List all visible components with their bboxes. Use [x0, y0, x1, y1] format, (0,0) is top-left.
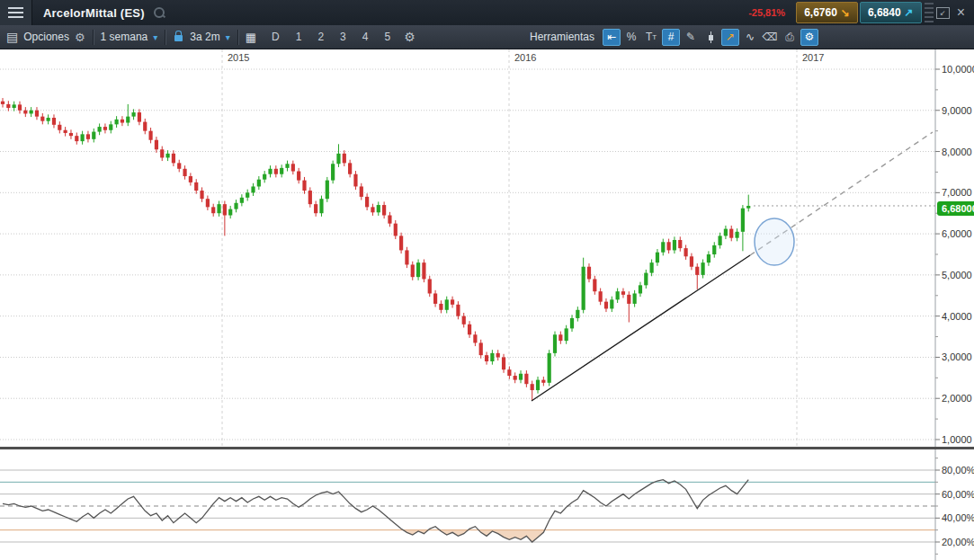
options-gear-icon[interactable]: ⚙	[75, 31, 85, 44]
sell-price: 6,6760	[804, 6, 837, 19]
timeframe-dropdown[interactable]: 1 semana	[101, 31, 148, 43]
percent-tool-icon[interactable]: %	[622, 29, 640, 46]
price-axis-label: 6,0000	[942, 228, 972, 239]
period-button-2[interactable]: 2	[311, 29, 330, 45]
edit-settings-icon[interactable]: ⚙	[800, 29, 818, 46]
period-button-1[interactable]: 1	[290, 29, 308, 45]
period-button-D[interactable]: D	[265, 29, 286, 45]
chevron-down-icon[interactable]: ▾	[153, 32, 157, 42]
popout-icon[interactable]: ↙	[936, 7, 950, 19]
eraser-tool-icon[interactable]: ⌫	[761, 29, 779, 46]
sell-button[interactable]: 6,6760 ↘	[796, 2, 858, 23]
chart-mode-icon[interactable]: ↗	[721, 29, 739, 46]
price-axis-label: 7,0000	[942, 187, 972, 198]
range-dropdown[interactable]: 3a 2m	[190, 31, 219, 43]
chart-toolbar: ▤ Opciones ⚙ 1 semana ▾ 3a 2m ▾ ▦ D12345…	[0, 25, 974, 49]
chart-window: ArcelorMittal (ES) -25,81% 6,6760 ↘ 6,68…	[0, 0, 974, 560]
tools-label: Herramientas	[530, 31, 594, 43]
period-buttons: D12345	[265, 29, 397, 45]
main-chart[interactable]: 20152016201710,00009,00008,00007,00006,0…	[0, 49, 974, 448]
cursor-tool-icon[interactable]: ⇤	[603, 29, 621, 46]
lock-icon[interactable]	[174, 35, 183, 41]
options-button[interactable]: Opciones	[23, 31, 69, 43]
indicator-axis-label: 60,00%	[942, 489, 974, 500]
year-label: 2015	[228, 52, 249, 63]
price-axis-label: 8,0000	[942, 147, 972, 157]
change-percent: -25,81%	[748, 7, 785, 18]
drag-grip[interactable]	[925, 3, 934, 22]
list-icon[interactable]: ▤	[6, 30, 18, 44]
price-axis-label: 9,0000	[942, 105, 972, 116]
year-label: 2016	[514, 52, 536, 63]
draw-tool-icon[interactable]: ✎	[682, 29, 700, 46]
year-label: 2017	[802, 52, 824, 63]
buy-arrow-icon: ↗	[905, 6, 914, 19]
crosshair-tool-icon[interactable]: #	[662, 29, 680, 46]
text-tool-icon[interactable]: TT	[642, 29, 660, 46]
period-button-4[interactable]: 4	[356, 29, 375, 45]
calendar-icon[interactable]: ▦	[246, 31, 256, 44]
period-button-5[interactable]: 5	[378, 29, 397, 45]
price-axis-label: 3,0000	[942, 351, 972, 362]
chevron-down-icon[interactable]: ▾	[226, 32, 230, 42]
periods-gear-icon[interactable]: ⚙	[404, 30, 416, 44]
annotation-circle	[755, 218, 794, 265]
indicator-axis-label: 20,00%	[942, 537, 974, 547]
candlestick-tool-icon[interactable]	[701, 29, 719, 46]
last-price-tag: 6,68000	[937, 201, 974, 216]
price-axis-label: 10,0000	[942, 64, 974, 75]
sell-arrow-icon: ↘	[841, 6, 850, 19]
close-icon[interactable]: ×	[957, 5, 965, 20]
indicator-panel[interactable]: 80,00%60,00%40,00%20,00%	[0, 449, 974, 560]
search-icon[interactable]	[154, 7, 165, 19]
price-axis-label: 4,0000	[942, 311, 972, 322]
period-button-3[interactable]: 3	[334, 29, 353, 45]
indicator-tool-icon[interactable]: ∿	[741, 29, 759, 46]
indicator-axis-label: 80,00%	[942, 465, 974, 476]
buy-price: 6,6840	[868, 6, 901, 19]
print-icon[interactable]: ⎙	[781, 29, 799, 46]
top-bar: ArcelorMittal (ES) -25,81% 6,6760 ↘ 6,68…	[0, 0, 974, 25]
indicator-axis-label: 40,00%	[942, 512, 974, 523]
price-axis-label: 5,0000	[942, 270, 972, 280]
buy-button[interactable]: 6,6840 ↗	[860, 2, 922, 23]
instrument-title: ArcelorMittal (ES)	[43, 6, 145, 20]
hamburger-menu-icon[interactable]	[0, 0, 32, 25]
price-axis-label: 1,0000	[942, 434, 972, 445]
oscillator-line	[3, 480, 748, 542]
price-axis-label: 2,0000	[942, 393, 972, 404]
